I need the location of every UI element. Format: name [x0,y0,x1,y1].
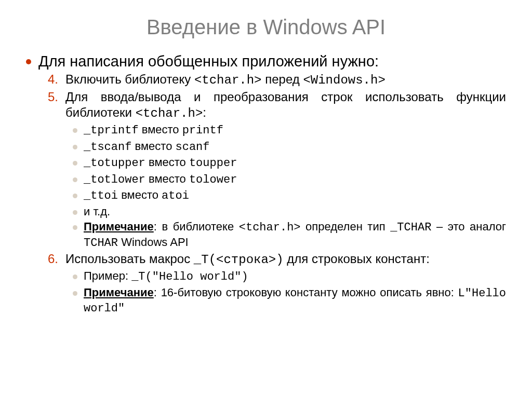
bullet-icon [73,291,77,296]
num-4: 4. [48,72,61,87]
main-bullet: Для написания обобщенных приложений нужн… [26,52,506,71]
bullet-icon [73,275,77,279]
bullet-icon [26,59,31,64]
item-5: 5. Для ввода/вывода и преобразования стр… [48,89,506,121]
slide-title: Введение в Windows API [26,16,506,39]
bullet-icon [73,210,77,215]
sub-note-6: Примечание: 16-битовую строковую констан… [73,285,506,316]
item-4: 4. Включить библиотеку <tchar.h> перед <… [48,72,506,88]
sub-totlower: _totlower вместо tolower [73,172,506,187]
num-6: 6. [48,251,61,267]
sub-tprintf: _tprintf вместо printf [73,122,506,138]
bullet-icon [73,161,77,166]
num-5: 5. [48,89,61,105]
item-4-text: Включить библиотеку <tchar.h> перед <Win… [65,72,385,88]
sub-tscanf: _tscanf вместо scanf [73,139,506,155]
sub-etc: и т.д. [73,204,506,219]
item-6-text: Использовать макрос _T(<строка>) для стр… [65,251,506,268]
sub-totupper: _totupper вместо toupper [73,155,506,171]
sub-example-6: Пример: _T("Hello world") [73,269,506,284]
slide-content: Введение в Windows API Для написания обо… [0,0,532,327]
bullet-icon [73,128,77,133]
bullet-icon [73,177,77,182]
bullet-icon [73,225,77,230]
bullet-icon [73,194,77,198]
sub-ttoi: _ttoi вместо atoi [73,188,506,203]
main-bullet-text: Для написания обобщенных приложений нужн… [38,52,379,71]
sub-note-5: Примечание: в библиотеке <tchar.h> опред… [73,219,506,250]
bullet-icon [73,145,77,149]
item-5-text: Для ввода/вывода и преобразования строк … [65,89,506,121]
item-6: 6. Использовать макрос _T(<строка>) для … [48,251,506,268]
